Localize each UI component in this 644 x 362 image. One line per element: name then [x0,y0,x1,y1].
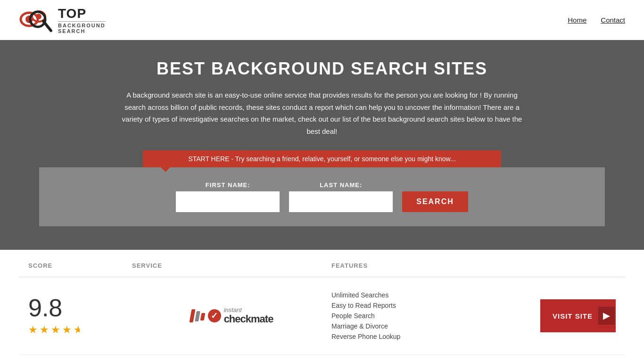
table-header: SCORE SERVICE FEATURES [19,255,625,277]
score-number-1: 9.8 [28,296,62,320]
logo-text: TOP BACKGROUNDSEARCH [58,6,106,34]
visit-btn-label: VISIT SITE [553,312,593,320]
checkmate-logo: ✓ instant checkmate [190,307,273,325]
results-section: SCORE SERVICE FEATURES 9.8 ★ ★ ★ ★ ★ [0,255,644,362]
search-form-wrapper: FIRST NAME: LAST NAME: SEARCH [39,167,605,226]
hero-description: A background search site is an easy-to-u… [119,89,525,137]
nav-home[interactable]: Home [568,16,586,24]
star-2: ★ [40,324,49,336]
search-button[interactable]: SEARCH [402,191,468,212]
checkmark-circle: ✓ [208,309,221,322]
header-service: SERVICE [132,262,331,269]
last-name-label: LAST NAME: [289,181,393,189]
visit-arrow-icon: ▶ [598,307,615,325]
nav-contact[interactable]: Contact [601,16,625,24]
feature-item: Unlimited Searches [331,291,531,299]
feature-item: Reverse Phone Lookup [331,333,531,340]
checkmate-text: checkmate [224,313,273,325]
logo-top-text: TOP [58,6,106,21]
star-1: ★ [28,324,38,336]
score-cell-1: 9.8 ★ ★ ★ ★ ★ [28,296,132,336]
table-row: 9.8 ★ ★ ★ ★ ★ ✓ [19,277,625,355]
visit-cell-1: VISIT SITE ▶ [531,299,616,332]
svg-point-4 [36,14,41,19]
stars-1: ★ ★ ★ ★ ★ [28,324,80,336]
feature-item: Easy to Read Reports [331,302,531,309]
logo-area: TOP BACKGROUNDSEARCH [19,5,106,34]
first-name-label: FIRST NAME: [176,181,280,189]
logo-icon [19,5,54,34]
star-4: ★ [62,324,72,336]
header-features: FEATURES [331,262,531,269]
hero-title: BEST BACKGROUND SEARCH SITES [9,59,635,79]
logo-sub-text: BACKGROUNDSEARCH [58,21,106,34]
visit-site-button-1[interactable]: VISIT SITE ▶ [540,299,616,332]
feature-item: People Search [331,312,531,320]
star-half-5: ★ [74,324,80,336]
header-action [531,262,616,269]
table-row: 9.4 ★ ★ ★ ★ ★ PeopleLooker Accurate and … [19,355,625,362]
feature-item: Marriage & Divorce [331,322,531,330]
first-name-group: FIRST NAME: [176,181,280,212]
search-callout: START HERE - Try searching a friend, rel… [143,150,501,167]
search-form: FIRST NAME: LAST NAME: SEARCH [49,181,595,212]
site-header: TOP BACKGROUNDSEARCH Home Contact [0,0,644,40]
last-name-input[interactable] [289,191,393,212]
hero-section: BEST BACKGROUND SEARCH SITES A backgroun… [0,40,644,250]
last-name-group: LAST NAME: [289,181,393,212]
instant-text: instant [224,307,273,313]
checkmate-icon: ✓ [190,309,221,322]
first-name-input[interactable] [176,191,280,212]
service-cell-1: ✓ instant checkmate [132,307,331,325]
features-cell-1: Unlimited Searches Easy to Read Reports … [331,291,531,340]
main-nav: Home Contact [568,16,625,24]
star-3: ★ [51,324,60,336]
header-score: SCORE [28,262,132,269]
